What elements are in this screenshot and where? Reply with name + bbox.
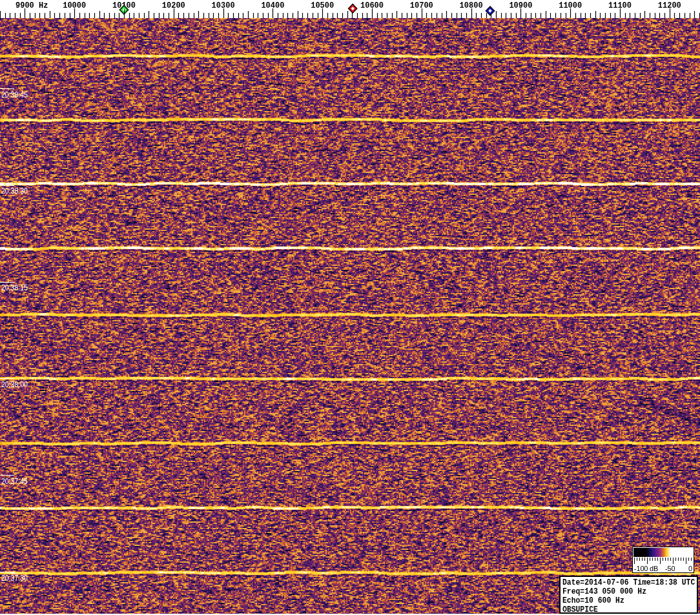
svg-text:11100: 11100 — [608, 1, 632, 10]
svg-text:10000: 10000 — [63, 1, 86, 10]
svg-text:10200: 10200 — [162, 1, 185, 10]
svg-text:10300: 10300 — [212, 1, 235, 10]
svg-text:10700: 10700 — [410, 1, 433, 10]
svg-text:10900: 10900 — [509, 1, 532, 10]
svg-text:10400: 10400 — [261, 1, 284, 10]
svg-text:11200: 11200 — [658, 1, 681, 10]
svg-text:9900 Hz: 9900 Hz — [15, 1, 48, 10]
svg-text:11000: 11000 — [559, 1, 582, 10]
svg-text:10500: 10500 — [311, 1, 334, 10]
svg-text:10600: 10600 — [360, 1, 384, 10]
svg-text:10800: 10800 — [460, 1, 483, 10]
